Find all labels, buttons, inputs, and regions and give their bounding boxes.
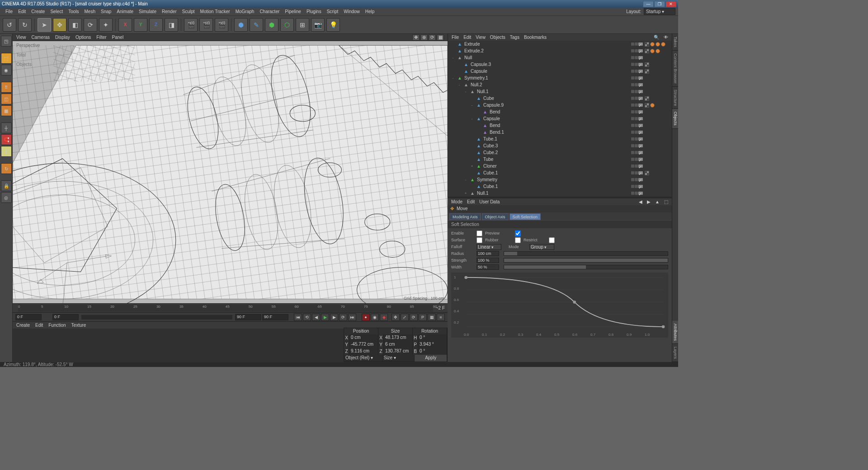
record-button[interactable]: ● [362,314,370,321]
minimize-button[interactable]: — [643,1,654,7]
expand-toggle[interactable]: - [470,103,474,107]
next-key-button[interactable]: ⟳ [339,314,347,321]
axis-z-button[interactable]: Z [149,18,163,32]
visibility-dots[interactable]: ✓ [631,164,643,168]
autokey-button[interactable]: ◉ [371,314,379,321]
menu-select[interactable]: Select [47,8,66,15]
object-row[interactable]: -▲Symmetry.1✓ [448,75,672,81]
layout-dropdown[interactable]: Startup ▾ [644,8,675,15]
object-row[interactable]: ▲Bend✓ [448,108,672,115]
scale-tool[interactable]: ◧ [68,18,82,32]
rotate-tool[interactable]: ⟳ [84,18,97,32]
attr-menu-userdata[interactable]: User Data [479,199,500,204]
menu-mesh[interactable]: Mesh [82,8,98,15]
expand-toggle[interactable]: - [457,83,462,87]
preview-checkbox[interactable] [515,230,521,236]
menu-plugins[interactable]: Plugins [304,8,324,15]
rtab-layers[interactable]: Layers [672,344,678,362]
prev-frame-button[interactable]: ◀ [312,314,320,321]
range-slider[interactable] [81,315,232,320]
goto-end-button[interactable]: ⏭ [348,314,356,321]
restrict-checkbox[interactable] [549,237,555,243]
rtab-takes[interactable]: Takes [672,34,678,51]
tab-soft-selection[interactable]: Soft Selection [509,213,541,220]
object-tags[interactable] [645,42,672,47]
obj-menu-file[interactable]: File [452,35,459,40]
select-tool[interactable]: ➤ [38,18,51,32]
object-row[interactable]: ▲Capsule.3✓ [448,61,672,68]
menu-render[interactable]: Render [159,8,179,15]
primitive-button[interactable]: ⬢ [234,18,248,32]
object-tags[interactable] [645,103,672,108]
strength-slider[interactable] [504,258,668,263]
key-options-button[interactable]: ≡ [437,314,445,321]
visibility-dots[interactable]: ✓ [631,151,643,154]
workplane-button[interactable]: S [1,146,12,157]
strength-field[interactable]: 100 % [476,258,499,263]
falloff-dropdown[interactable]: Linear ▾ [476,244,501,250]
vpmenu-cameras[interactable]: Cameras [32,35,50,40]
object-row[interactable]: +▲Cloner✓ [448,163,672,169]
menu-edit[interactable]: Edit [15,8,28,15]
generator-button[interactable]: ⬢ [265,18,278,32]
key-pos-button[interactable]: ✥ [392,314,400,321]
object-row[interactable]: ▲Extrude.2✓ [448,47,672,54]
menu-sculpt[interactable]: Sculpt [179,8,198,15]
visibility-dots[interactable]: ✓ [631,42,643,46]
visibility-dots[interactable]: ✓ [631,124,643,127]
visibility-dots[interactable]: ✓ [631,192,643,195]
attr-nav-back[interactable]: ◀ [639,199,642,204]
object-row[interactable]: ▲Cube.2✓ [448,149,672,156]
rtab-content-browser[interactable]: Content Browser [672,51,678,87]
menu-script[interactable]: Script [324,8,341,15]
expand-toggle[interactable]: - [463,89,468,94]
redo-button[interactable]: ↻ [18,18,32,32]
range-end-field[interactable]: 90 F [235,314,261,320]
visibility-dots[interactable]: ✓ [631,158,643,161]
coord-size-field[interactable]: 48.173 cm [384,334,413,341]
expand-toggle[interactable]: + [470,164,474,168]
menu-file[interactable]: File [3,8,15,15]
play-button[interactable]: ▶ [321,314,329,321]
object-row[interactable]: ▲Cube✓ [448,95,672,102]
vpmenu-filter[interactable]: Filter [96,35,106,40]
visibility-dots[interactable]: ✓ [631,178,643,181]
points-mode-button[interactable]: ⠿ [1,82,12,93]
object-row[interactable]: -▲Null✓ [448,54,672,61]
rtab-structure[interactable]: Structure [672,87,678,109]
coord-pos-field[interactable]: 9.116 cm [349,348,378,355]
coord-rot-field[interactable]: 3.943 ° [418,341,447,348]
visibility-dots[interactable]: ✓ [631,90,643,93]
width-field[interactable]: 50 % [476,264,499,270]
visibility-dots[interactable]: ✓ [631,137,643,141]
maximize-button[interactable]: ❐ [654,1,665,7]
object-row[interactable]: ▲Cube.1✓ [448,183,672,190]
attr-lock-icon[interactable]: ⬚ [664,199,668,204]
visibility-dots[interactable]: ✓ [631,76,643,80]
expand-toggle[interactable]: - [451,56,455,60]
range-start-field[interactable]: 0 F [52,314,79,320]
camera-button[interactable]: 📷 [311,18,325,32]
next-frame-button[interactable]: ▶ [330,314,338,321]
rtab-attributes[interactable]: Attributes [672,321,678,344]
object-row[interactable]: -▲Symmetry✓ [448,176,672,183]
object-row[interactable]: ▲Cube.3✓ [448,142,672,149]
polygons-mode-button[interactable]: ▦ [1,105,12,116]
mat-menu-texture[interactable]: Texture [71,323,86,328]
mat-menu-function[interactable]: Function [48,323,66,328]
enable-checkbox[interactable] [476,230,482,236]
deformer-button[interactable]: ⬡ [280,18,294,32]
visibility-dots[interactable]: ✓ [631,171,643,174]
snap-button[interactable]: 🧲 [1,134,12,145]
attr-menu-mode[interactable]: Mode [451,199,462,204]
visibility-dots[interactable]: ✓ [631,49,643,52]
vp-pan-button[interactable]: ✥ [412,34,420,41]
key-pla-button[interactable]: ▦ [428,314,436,321]
object-tags[interactable] [645,49,672,53]
menu-snap[interactable]: Snap [98,8,114,15]
last-tool[interactable]: ✦ [99,18,113,32]
visibility-dots[interactable]: ✓ [631,70,643,73]
menu-motiontracker[interactable]: Motion Tracker [198,8,233,15]
move-tool[interactable]: ✥ [53,18,66,32]
obj-search-icon[interactable]: 🔍 [654,35,659,40]
